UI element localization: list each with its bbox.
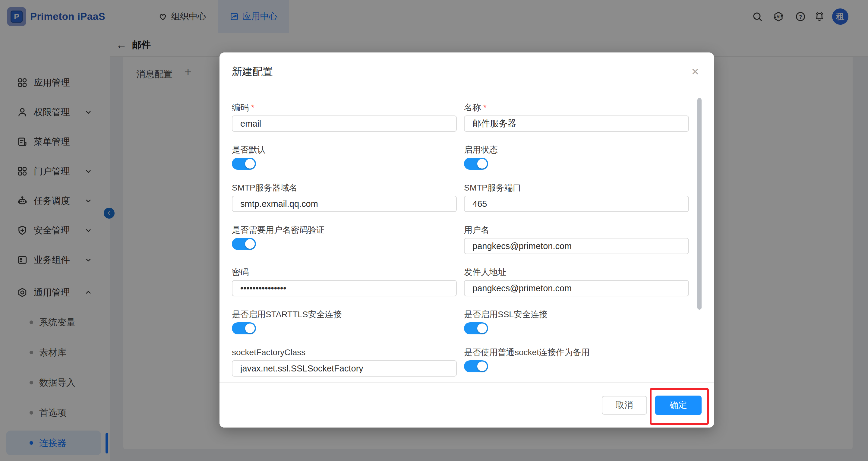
- dialog-title: 新建配置: [232, 65, 273, 79]
- field-smtp-port: SMTP服务端口: [464, 182, 689, 212]
- field-password: 密码: [232, 267, 457, 296]
- dialog-scrollbar-thumb[interactable]: [698, 98, 702, 310]
- ssl-toggle[interactable]: [464, 322, 488, 334]
- confirm-button[interactable]: 确定: [655, 396, 702, 415]
- field-label: SMTP服务器域名: [232, 182, 457, 193]
- socket-factory-class-input[interactable]: [232, 360, 457, 376]
- cancel-button[interactable]: 取消: [602, 396, 647, 414]
- new-config-dialog: 新建配置 ✕ 编码* 名称* 是否默认: [219, 53, 714, 428]
- field-socket-factory-class: socketFactoryClass: [232, 347, 457, 376]
- field-auth-required: 是否需要用户名密码验证: [232, 225, 457, 254]
- is-default-toggle[interactable]: [232, 158, 256, 170]
- field-label: 是否需要用户名密码验证: [232, 225, 457, 236]
- dialog-header: 新建配置 ✕: [219, 53, 714, 91]
- field-label: SMTP服务端口: [464, 182, 689, 193]
- password-input[interactable]: [232, 280, 457, 296]
- field-label: 是否启用STARTTLS安全连接: [232, 309, 457, 320]
- field-smtp-domain: SMTP服务器域名: [232, 182, 457, 212]
- field-plain-socket-fallback: 是否使用普通socket连接作为备用: [464, 347, 689, 376]
- field-label: 名称*: [464, 102, 689, 113]
- field-label: 是否使用普通socket连接作为备用: [464, 347, 689, 358]
- toggle-knob: [477, 159, 487, 168]
- field-label: 启用状态: [464, 145, 689, 155]
- field-enabled-status: 启用状态: [464, 145, 689, 170]
- close-icon[interactable]: ✕: [688, 64, 703, 79]
- smtp-port-input[interactable]: [464, 196, 689, 212]
- field-sender-address: 发件人地址: [464, 267, 689, 296]
- field-is-default: 是否默认: [232, 145, 457, 170]
- smtp-domain-input[interactable]: [232, 196, 457, 212]
- username-input[interactable]: [464, 238, 689, 254]
- field-starttls: 是否启用STARTTLS安全连接: [232, 309, 457, 334]
- dialog-footer: 取消 确定: [219, 382, 714, 428]
- sender-address-input[interactable]: [464, 280, 689, 296]
- enabled-toggle[interactable]: [464, 158, 488, 170]
- required-mark: *: [251, 103, 254, 112]
- field-username: 用户名: [464, 225, 689, 254]
- dialog-body: 编码* 名称* 是否默认 启用状态 SMTP服务: [219, 91, 714, 382]
- toggle-knob: [245, 324, 255, 333]
- required-mark: *: [483, 103, 487, 112]
- field-name: 名称*: [464, 102, 689, 132]
- field-code: 编码*: [232, 102, 457, 132]
- auth-required-toggle[interactable]: [232, 238, 256, 250]
- field-label: 是否默认: [232, 145, 457, 155]
- starttls-toggle[interactable]: [232, 322, 256, 334]
- field-label: 是否启用SSL安全连接: [464, 309, 689, 320]
- plain-socket-fallback-toggle[interactable]: [464, 360, 488, 372]
- app-root: P Primeton iPaaS 组织中心 应用中心 AI: [0, 0, 868, 461]
- code-input[interactable]: [232, 116, 457, 132]
- field-label: 密码: [232, 267, 457, 278]
- field-label: 发件人地址: [464, 267, 689, 278]
- toggle-knob: [245, 159, 255, 168]
- field-label: 编码*: [232, 102, 457, 113]
- field-label: 用户名: [464, 225, 689, 236]
- config-form: 编码* 名称* 是否默认 启用状态 SMTP服务: [232, 102, 714, 382]
- toggle-knob: [477, 324, 487, 333]
- toggle-knob: [245, 239, 255, 249]
- field-ssl: 是否启用SSL安全连接: [464, 309, 689, 334]
- field-label: socketFactoryClass: [232, 347, 457, 358]
- name-input[interactable]: [464, 116, 689, 132]
- toggle-knob: [477, 362, 487, 371]
